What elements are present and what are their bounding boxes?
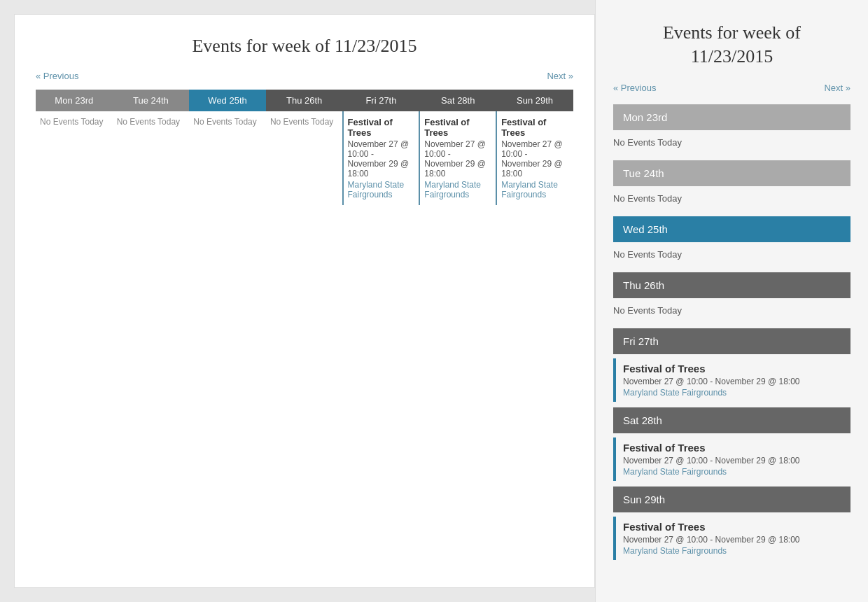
event-time: November 27 @ 10:00 -November 29 @ 18:00 [348,139,415,178]
event-name: Festival of Trees [424,117,491,138]
right-days: Mon 23rdNo Events TodayTue 24thNo Events… [613,104,850,560]
day-header-wed-25th: Wed 25th [189,90,266,111]
event-item-name: Festival of Trees [623,521,844,533]
event-item-location-link[interactable]: Maryland State Fairgrounds [623,467,844,477]
day-cell-6: Festival of TreesNovember 27 @ 10:00 -No… [496,111,573,205]
event-location-link[interactable]: Maryland State Fairgrounds [348,180,415,200]
event-time: November 27 @ 10:00 -November 29 @ 18:00 [501,139,569,178]
day-cell-2: No Events Today [189,111,266,205]
right-day-label-3: Thu 26th [613,272,850,298]
no-events-text: No Events Today [613,134,850,155]
left-next-link[interactable]: Next » [547,71,573,81]
day-header-sat-28th: Sat 28th [419,90,496,111]
left-nav-row: « Previous Next » [36,71,573,81]
right-day-label-5: Sat 28th [613,407,850,433]
right-prev-link[interactable]: « Previous [613,83,656,93]
day-cell-4: Festival of TreesNovember 27 @ 10:00 -No… [343,111,420,205]
right-day-label-4: Fri 27th [613,328,850,354]
right-day-label-2: Wed 25th [613,216,850,242]
right-day-section-1: Tue 24thNo Events Today [613,160,850,211]
day-header-tue-24th: Tue 24th [113,90,190,111]
event-item-time: November 27 @ 10:00 - November 29 @ 18:0… [623,456,844,465]
right-day-section-4: Fri 27thFestival of TreesNovember 27 @ 1… [613,328,850,402]
event-item: Festival of TreesNovember 27 @ 10:00 - N… [613,438,850,481]
no-events-text: No Events Today [613,302,850,323]
right-day-section-0: Mon 23rdNo Events Today [613,104,850,155]
event-item: Festival of TreesNovember 27 @ 10:00 - N… [613,517,850,560]
event-time: November 27 @ 10:00 -November 29 @ 18:00 [424,139,491,178]
event-location-link[interactable]: Maryland State Fairgrounds [501,180,569,200]
left-panel-title: Events for week of 11/23/2015 [36,36,573,57]
event-name: Festival of Trees [501,117,569,138]
right-panel: Events for week of11/23/2015 « Previous … [595,0,868,602]
event-item-name: Festival of Trees [623,363,844,374]
day-header-fri-27th: Fri 27th [343,90,420,111]
right-day-section-5: Sat 28thFestival of TreesNovember 27 @ 1… [613,407,850,481]
event-item: Festival of TreesNovember 27 @ 10:00 - N… [613,358,850,402]
event-location-link[interactable]: Maryland State Fairgrounds [424,180,491,200]
day-cell-1: No Events Today [113,111,190,205]
event-item-location-link[interactable]: Maryland State Fairgrounds [623,546,844,556]
right-day-section-2: Wed 25thNo Events Today [613,216,850,267]
week-grid: Mon 23rdTue 24thWed 25thThu 26thFri 27th… [36,90,573,205]
right-nav-row: « Previous Next » [613,83,850,93]
no-events-text: No Events Today [613,246,850,267]
event-item-name: Festival of Trees [623,442,844,454]
day-header-mon-23rd: Mon 23rd [36,90,113,111]
right-panel-title: Events for week of11/23/2015 [613,21,850,69]
left-prev-link[interactable]: « Previous [36,71,78,81]
right-day-section-3: Thu 26thNo Events Today [613,272,850,323]
event-name: Festival of Trees [348,117,415,138]
day-header-thu-26th: Thu 26th [266,90,343,111]
event-item-time: November 27 @ 10:00 - November 29 @ 18:0… [623,535,844,545]
day-cell-3: No Events Today [266,111,343,205]
day-header-sun-29th: Sun 29th [496,90,573,111]
event-item-location-link[interactable]: Maryland State Fairgrounds [623,388,844,398]
right-day-label-1: Tue 24th [613,160,850,186]
left-panel: Events for week of 11/23/2015 « Previous… [14,14,595,588]
right-day-section-6: Sun 29thFestival of TreesNovember 27 @ 1… [613,486,850,560]
event-item-time: November 27 @ 10:00 - November 29 @ 18:0… [623,377,844,386]
right-day-label-6: Sun 29th [613,486,850,512]
no-events-text: No Events Today [613,190,850,211]
day-cell-0: No Events Today [36,111,113,205]
right-day-label-0: Mon 23rd [613,104,850,130]
day-cell-5: Festival of TreesNovember 27 @ 10:00 -No… [419,111,496,205]
right-next-link[interactable]: Next » [824,83,850,93]
